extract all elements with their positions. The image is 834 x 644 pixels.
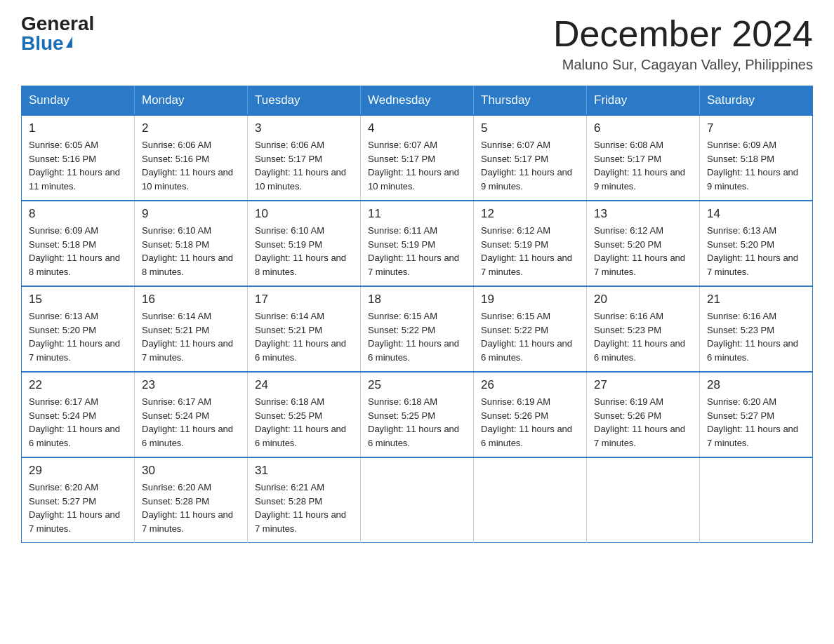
calendar-cell: 9Sunrise: 6:10 AMSunset: 5:18 PMDaylight… <box>135 201 248 286</box>
calendar-table: SundayMondayTuesdayWednesdayThursdayFrid… <box>21 86 813 543</box>
day-number: 1 <box>29 121 127 135</box>
day-info: Sunrise: 6:16 AMSunset: 5:23 PMDaylight:… <box>594 309 692 364</box>
calendar-cell: 18Sunrise: 6:15 AMSunset: 5:22 PMDayligh… <box>361 286 474 372</box>
day-number: 23 <box>142 378 240 392</box>
day-info: Sunrise: 6:18 AMSunset: 5:25 PMDaylight:… <box>368 395 466 450</box>
day-info: Sunrise: 6:12 AMSunset: 5:20 PMDaylight:… <box>594 224 692 279</box>
calendar-cell: 25Sunrise: 6:18 AMSunset: 5:25 PMDayligh… <box>361 372 474 457</box>
day-number: 6 <box>594 121 692 135</box>
day-info: Sunrise: 6:10 AMSunset: 5:19 PMDaylight:… <box>255 224 353 279</box>
day-number: 24 <box>255 378 353 392</box>
calendar-cell: 2Sunrise: 6:06 AMSunset: 5:16 PMDaylight… <box>135 115 248 201</box>
day-info: Sunrise: 6:13 AMSunset: 5:20 PMDaylight:… <box>29 309 127 364</box>
day-info: Sunrise: 6:19 AMSunset: 5:26 PMDaylight:… <box>594 395 692 450</box>
calendar-week-row: 1Sunrise: 6:05 AMSunset: 5:16 PMDaylight… <box>22 115 813 201</box>
day-info: Sunrise: 6:11 AMSunset: 5:19 PMDaylight:… <box>368 224 466 279</box>
calendar-cell: 7Sunrise: 6:09 AMSunset: 5:18 PMDaylight… <box>700 115 813 201</box>
calendar-header-wednesday: Wednesday <box>361 86 474 116</box>
calendar-week-row: 15Sunrise: 6:13 AMSunset: 5:20 PMDayligh… <box>22 286 813 372</box>
day-info: Sunrise: 6:12 AMSunset: 5:19 PMDaylight:… <box>481 224 579 279</box>
calendar-cell: 11Sunrise: 6:11 AMSunset: 5:19 PMDayligh… <box>361 201 474 286</box>
calendar-cell <box>361 457 474 543</box>
day-number: 25 <box>368 378 466 392</box>
day-number: 20 <box>594 293 692 307</box>
day-info: Sunrise: 6:14 AMSunset: 5:21 PMDaylight:… <box>142 309 240 364</box>
day-number: 31 <box>255 464 353 478</box>
day-number: 11 <box>368 207 466 221</box>
day-info: Sunrise: 6:07 AMSunset: 5:17 PMDaylight:… <box>481 138 579 193</box>
logo-triangle-icon <box>66 36 72 48</box>
day-number: 14 <box>707 207 805 221</box>
day-number: 4 <box>368 121 466 135</box>
calendar-cell: 10Sunrise: 6:10 AMSunset: 5:19 PMDayligh… <box>248 201 361 286</box>
day-number: 8 <box>29 207 127 221</box>
calendar-cell: 14Sunrise: 6:13 AMSunset: 5:20 PMDayligh… <box>700 201 813 286</box>
calendar-cell <box>700 457 813 543</box>
day-info: Sunrise: 6:16 AMSunset: 5:23 PMDaylight:… <box>707 309 805 364</box>
day-info: Sunrise: 6:17 AMSunset: 5:24 PMDaylight:… <box>142 395 240 450</box>
calendar-cell: 20Sunrise: 6:16 AMSunset: 5:23 PMDayligh… <box>587 286 700 372</box>
day-info: Sunrise: 6:07 AMSunset: 5:17 PMDaylight:… <box>368 138 466 193</box>
day-info: Sunrise: 6:05 AMSunset: 5:16 PMDaylight:… <box>29 138 127 193</box>
month-title: December 2024 <box>553 14 813 54</box>
calendar-cell: 12Sunrise: 6:12 AMSunset: 5:19 PMDayligh… <box>474 201 587 286</box>
day-info: Sunrise: 6:18 AMSunset: 5:25 PMDaylight:… <box>255 395 353 450</box>
calendar-header-monday: Monday <box>135 86 248 116</box>
calendar-cell: 19Sunrise: 6:15 AMSunset: 5:22 PMDayligh… <box>474 286 587 372</box>
calendar-cell: 22Sunrise: 6:17 AMSunset: 5:24 PMDayligh… <box>22 372 135 457</box>
calendar-cell: 16Sunrise: 6:14 AMSunset: 5:21 PMDayligh… <box>135 286 248 372</box>
day-number: 12 <box>481 207 579 221</box>
calendar-cell: 8Sunrise: 6:09 AMSunset: 5:18 PMDaylight… <box>22 201 135 286</box>
calendar-cell: 23Sunrise: 6:17 AMSunset: 5:24 PMDayligh… <box>135 372 248 457</box>
day-info: Sunrise: 6:06 AMSunset: 5:16 PMDaylight:… <box>142 138 240 193</box>
calendar-week-row: 8Sunrise: 6:09 AMSunset: 5:18 PMDaylight… <box>22 201 813 286</box>
day-info: Sunrise: 6:21 AMSunset: 5:28 PMDaylight:… <box>255 481 353 535</box>
calendar-cell: 1Sunrise: 6:05 AMSunset: 5:16 PMDaylight… <box>22 115 135 201</box>
calendar-cell: 13Sunrise: 6:12 AMSunset: 5:20 PMDayligh… <box>587 201 700 286</box>
calendar-cell: 27Sunrise: 6:19 AMSunset: 5:26 PMDayligh… <box>587 372 700 457</box>
calendar-header-row: SundayMondayTuesdayWednesdayThursdayFrid… <box>22 86 813 116</box>
calendar-cell: 17Sunrise: 6:14 AMSunset: 5:21 PMDayligh… <box>248 286 361 372</box>
day-number: 27 <box>594 378 692 392</box>
day-info: Sunrise: 6:08 AMSunset: 5:17 PMDaylight:… <box>594 138 692 193</box>
calendar-cell: 6Sunrise: 6:08 AMSunset: 5:17 PMDaylight… <box>587 115 700 201</box>
day-number: 15 <box>29 293 127 307</box>
day-number: 3 <box>255 121 353 135</box>
day-number: 18 <box>368 293 466 307</box>
calendar-header-friday: Friday <box>587 86 700 116</box>
calendar-week-row: 22Sunrise: 6:17 AMSunset: 5:24 PMDayligh… <box>22 372 813 457</box>
calendar-header-sunday: Sunday <box>22 86 135 116</box>
calendar-cell: 15Sunrise: 6:13 AMSunset: 5:20 PMDayligh… <box>22 286 135 372</box>
day-info: Sunrise: 6:15 AMSunset: 5:22 PMDaylight:… <box>481 309 579 364</box>
day-info: Sunrise: 6:10 AMSunset: 5:18 PMDaylight:… <box>142 224 240 279</box>
day-number: 2 <box>142 121 240 135</box>
day-number: 5 <box>481 121 579 135</box>
calendar-cell: 24Sunrise: 6:18 AMSunset: 5:25 PMDayligh… <box>248 372 361 457</box>
header-right: December 2024 Maluno Sur, Cagayan Valley… <box>553 14 813 73</box>
day-info: Sunrise: 6:15 AMSunset: 5:22 PMDaylight:… <box>368 309 466 364</box>
logo-blue-text: Blue <box>21 34 64 53</box>
day-number: 9 <box>142 207 240 221</box>
location-subtitle: Maluno Sur, Cagayan Valley, Philippines <box>553 57 813 73</box>
day-number: 10 <box>255 207 353 221</box>
calendar-cell: 31Sunrise: 6:21 AMSunset: 5:28 PMDayligh… <box>248 457 361 543</box>
calendar-header-saturday: Saturday <box>700 86 813 116</box>
day-info: Sunrise: 6:20 AMSunset: 5:28 PMDaylight:… <box>142 481 240 535</box>
calendar-cell: 30Sunrise: 6:20 AMSunset: 5:28 PMDayligh… <box>135 457 248 543</box>
calendar-cell: 4Sunrise: 6:07 AMSunset: 5:17 PMDaylight… <box>361 115 474 201</box>
calendar-week-row: 29Sunrise: 6:20 AMSunset: 5:27 PMDayligh… <box>22 457 813 543</box>
logo: General Blue <box>21 14 94 53</box>
day-number: 22 <box>29 378 127 392</box>
calendar-cell <box>587 457 700 543</box>
calendar-cell <box>474 457 587 543</box>
day-info: Sunrise: 6:09 AMSunset: 5:18 PMDaylight:… <box>707 138 805 193</box>
day-info: Sunrise: 6:06 AMSunset: 5:17 PMDaylight:… <box>255 138 353 193</box>
day-info: Sunrise: 6:17 AMSunset: 5:24 PMDaylight:… <box>29 395 127 450</box>
day-info: Sunrise: 6:09 AMSunset: 5:18 PMDaylight:… <box>29 224 127 279</box>
calendar-cell: 26Sunrise: 6:19 AMSunset: 5:26 PMDayligh… <box>474 372 587 457</box>
day-number: 19 <box>481 293 579 307</box>
day-info: Sunrise: 6:13 AMSunset: 5:20 PMDaylight:… <box>707 224 805 279</box>
day-number: 30 <box>142 464 240 478</box>
calendar-header-tuesday: Tuesday <box>248 86 361 116</box>
day-number: 26 <box>481 378 579 392</box>
